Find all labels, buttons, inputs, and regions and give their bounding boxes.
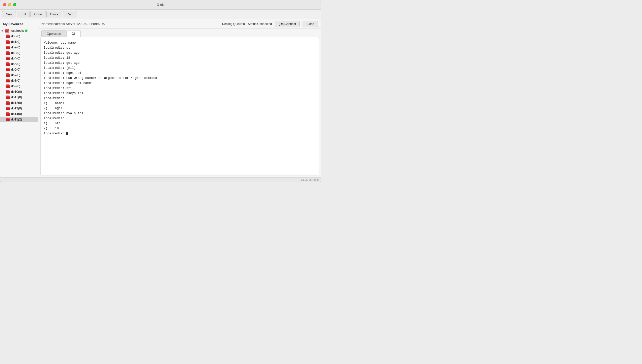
svg-rect-74 xyxy=(8,97,8,98)
svg-rect-15 xyxy=(9,42,9,43)
reconnect-button[interactable]: (Re)Connect xyxy=(275,21,300,27)
svg-rect-6 xyxy=(6,35,9,36)
svg-rect-78 xyxy=(6,101,9,102)
db-icon xyxy=(6,68,10,72)
chevron-down-icon: ▼ xyxy=(1,29,4,32)
new-button[interactable]: New xyxy=(2,11,16,17)
svg-rect-54 xyxy=(6,79,9,80)
svg-rect-19 xyxy=(7,47,7,48)
svg-rect-43 xyxy=(7,70,7,70)
sidebar-item-db70[interactable]: db7(0) xyxy=(0,72,38,78)
sidebar-item-db120[interactable]: db12(0) xyxy=(0,100,38,106)
svg-rect-99 xyxy=(9,119,9,120)
sidebar-item-db130[interactable]: db13(0) xyxy=(0,106,38,111)
footer-bar: CSDN @小迷量 xyxy=(0,177,321,182)
sidebar-item-db100[interactable]: db10(0) xyxy=(0,89,38,95)
svg-rect-14 xyxy=(8,42,8,43)
close-conn-button[interactable]: Close xyxy=(46,11,62,17)
svg-rect-61 xyxy=(7,86,7,87)
sidebar-item-db140[interactable]: db14(0) xyxy=(0,111,38,117)
svg-rect-36 xyxy=(6,62,9,63)
svg-rect-87 xyxy=(9,108,9,109)
db-list: db0(0) db1(0) db2(0) db xyxy=(0,34,38,122)
svg-rect-75 xyxy=(9,97,9,98)
toolbar: New Edit Conn Close Rem xyxy=(0,10,321,19)
svg-rect-67 xyxy=(7,92,7,93)
connection-info: Name:localredis Server:127.0.0.1 Port:63… xyxy=(41,22,218,26)
connection-header: Name:localredis Server:127.0.0.1 Port:63… xyxy=(38,19,321,29)
svg-rect-56 xyxy=(8,81,8,81)
db-icon xyxy=(6,73,10,77)
svg-rect-96 xyxy=(6,118,9,119)
cli-line: localredis: st1 xyxy=(44,86,316,91)
connection-actions: Dealing Queue:0 Status:Connected (Re)Con… xyxy=(222,21,318,27)
db-label: db1(0) xyxy=(11,40,20,44)
sidebar-item-db152[interactable]: db15(2) xyxy=(0,117,38,122)
disconnect-button[interactable]: Close xyxy=(303,21,318,27)
titlebar: G-dis xyxy=(0,0,321,10)
db-icon xyxy=(6,95,10,99)
svg-rect-62 xyxy=(8,86,8,87)
db-icon xyxy=(6,51,10,55)
svg-rect-13 xyxy=(7,42,7,43)
cli-line: localredis: hget id1 name1 xyxy=(44,81,316,86)
close-window-button[interactable] xyxy=(3,3,6,6)
sidebar-item-db60[interactable]: db6(0) xyxy=(0,67,38,72)
tab-cli[interactable]: Cli xyxy=(66,30,81,37)
cli-line: localredis: ERR wrong number of argument… xyxy=(44,76,316,81)
sidebar-item-db110[interactable]: db11(0) xyxy=(0,95,38,100)
svg-rect-49 xyxy=(7,75,7,76)
db-icon xyxy=(6,106,10,110)
sidebar-item-db20[interactable]: db2(0) xyxy=(0,45,38,50)
svg-rect-33 xyxy=(9,58,9,59)
sidebar-item-db00[interactable]: db0(0) xyxy=(0,34,38,39)
cli-output[interactable]: Welcome: get namelocalredis: stlocalredi… xyxy=(40,37,319,175)
svg-rect-20 xyxy=(8,47,8,48)
svg-rect-42 xyxy=(6,68,9,69)
footer-credit: CSDN @小迷量 xyxy=(301,178,319,182)
sidebar-item-db50[interactable]: db5(0) xyxy=(0,61,38,67)
svg-rect-60 xyxy=(6,84,9,85)
svg-rect-98 xyxy=(8,119,8,120)
db-label: db6(0) xyxy=(11,68,20,71)
db-icon xyxy=(6,112,10,116)
svg-rect-39 xyxy=(9,64,9,65)
cli-line: 2) age1 xyxy=(44,106,316,111)
svg-rect-9 xyxy=(9,36,9,37)
maximize-window-button[interactable] xyxy=(13,3,16,6)
cli-cursor xyxy=(66,132,68,135)
db-label: db14(0) xyxy=(11,112,22,116)
svg-rect-79 xyxy=(7,103,7,104)
edit-button[interactable]: Edit xyxy=(17,11,30,17)
cli-line: 1) st1 xyxy=(44,121,316,126)
db-icon xyxy=(6,40,10,44)
svg-rect-69 xyxy=(9,92,9,93)
db-label: db4(0) xyxy=(11,57,20,60)
sidebar-item-db40[interactable]: db4(0) xyxy=(0,56,38,61)
tab-bar: Operation Cli xyxy=(38,29,321,37)
conn-button[interactable]: Conn xyxy=(30,11,46,17)
db-label: db3(0) xyxy=(11,51,20,55)
minimize-window-button[interactable] xyxy=(8,3,11,6)
svg-rect-85 xyxy=(7,108,7,109)
tab-operation[interactable]: Operation xyxy=(41,30,66,37)
sidebar-root-node[interactable]: ▼ localredis xyxy=(0,28,38,34)
svg-rect-18 xyxy=(6,46,9,47)
svg-rect-8 xyxy=(8,36,8,37)
sidebar-title: My Favourite xyxy=(0,21,38,28)
svg-rect-21 xyxy=(9,47,9,48)
svg-rect-51 xyxy=(9,75,9,76)
db-label: db2(0) xyxy=(11,46,20,49)
svg-rect-12 xyxy=(6,40,9,41)
sidebar-item-db90[interactable]: db9(0) xyxy=(0,83,38,89)
cli-line: 1) name1 xyxy=(44,101,316,106)
sidebar-item-db30[interactable]: db3(0) xyxy=(0,50,38,56)
svg-rect-45 xyxy=(9,70,9,70)
app-title: G-dis xyxy=(157,3,164,7)
sidebar-item-db80[interactable]: db8(0) xyxy=(0,78,38,83)
rem-button[interactable]: Rem xyxy=(63,11,77,17)
svg-rect-30 xyxy=(6,57,9,58)
sidebar-item-db10[interactable]: db1(0) xyxy=(0,39,38,45)
db-label: db5(0) xyxy=(11,62,20,66)
cli-line: localredis: xyxy=(44,96,316,101)
